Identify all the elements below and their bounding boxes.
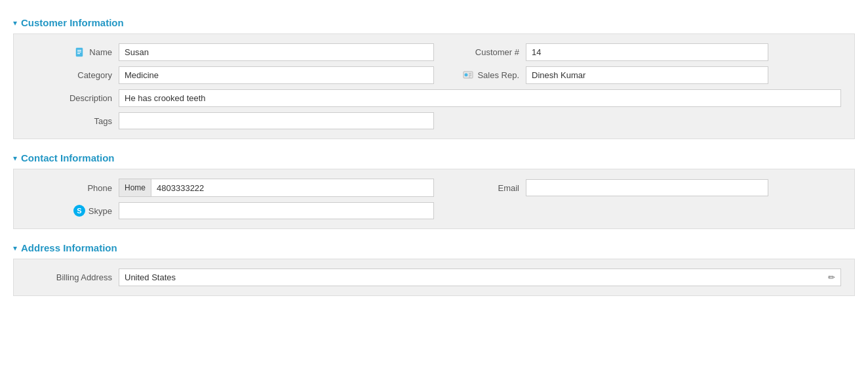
address-section-title: Address Information (21, 242, 117, 253)
address-section-body: Billing Address United States ✏ (13, 259, 855, 296)
description-value: He has crooked teeth (119, 89, 841, 107)
billing-address-value: United States ✏ (119, 268, 841, 286)
svg-rect-7 (469, 75, 471, 75)
billing-address-label: Billing Address (27, 272, 119, 282)
contact-section-header: ▾ Contact Information (13, 152, 855, 163)
email-value[interactable] (526, 179, 768, 196)
sales-rep-field-group: Sales Rep. Dinesh Kumar (434, 66, 841, 84)
tags-field-group: Tags (27, 112, 434, 129)
skype-icon: S (73, 205, 85, 217)
tags-row: Tags (27, 112, 841, 129)
customer-section-header: ▾ Customer Information (13, 17, 855, 28)
description-label: Description (27, 93, 119, 103)
billing-address-row: Billing Address United States ✏ (27, 268, 841, 286)
name-label: Name (27, 47, 119, 58)
phone-number-value: 4803333222 (151, 180, 209, 196)
customer-num-field-group: Customer # 14 (434, 43, 841, 61)
description-row: Description He has crooked teeth (27, 89, 841, 107)
customer-num-label: Customer # (434, 47, 526, 57)
customer-section-title: Customer Information (21, 17, 124, 28)
category-salesrep-row: Category Medicine Sales Rep. Dinesh Kuma… (27, 66, 841, 84)
email-field-group: Email (434, 179, 841, 196)
contact-chevron-icon[interactable]: ▾ (13, 154, 17, 163)
billing-address-edit-icon[interactable]: ✏ (828, 272, 835, 282)
description-field-group: Description He has crooked teeth (27, 89, 841, 107)
tags-value[interactable] (119, 112, 434, 129)
customer-section-body: Name Susan Customer # 14 Category Medici… (13, 33, 855, 139)
sales-rep-person-icon (462, 70, 474, 81)
svg-rect-8 (469, 76, 471, 77)
customer-num-value: 14 (526, 43, 768, 61)
skype-label: S Skype (27, 205, 119, 217)
email-label: Email (434, 183, 526, 193)
name-value: Susan (119, 43, 434, 61)
sales-rep-value: Dinesh Kumar (526, 66, 768, 84)
address-chevron-icon[interactable]: ▾ (13, 244, 17, 253)
name-customer-row: Name Susan Customer # 14 (27, 43, 841, 61)
contact-section-title: Contact Information (21, 152, 115, 163)
svg-rect-6 (469, 73, 471, 74)
svg-rect-1 (77, 50, 81, 51)
svg-rect-3 (77, 53, 80, 54)
category-value: Medicine (119, 66, 434, 84)
tags-label: Tags (27, 116, 119, 126)
phone-field-group: Phone Home 4803333222 (27, 179, 434, 197)
name-field-group: Name Susan (27, 43, 434, 61)
category-label: Category (27, 70, 119, 80)
sales-rep-label: Sales Rep. (434, 70, 526, 81)
skype-field-group: S Skype (27, 202, 434, 219)
phone-type-badge: Home (119, 179, 151, 196)
customer-chevron-icon[interactable]: ▾ (13, 18, 17, 28)
category-field-group: Category Medicine (27, 66, 434, 84)
name-doc-icon (74, 47, 86, 58)
phone-email-row: Phone Home 4803333222 Email (27, 179, 841, 197)
phone-label: Phone (27, 183, 119, 193)
skype-row: S Skype (27, 202, 841, 219)
address-section-header: ▾ Address Information (13, 242, 855, 253)
phone-input-group: Home 4803333222 (119, 179, 434, 197)
svg-rect-2 (77, 51, 81, 52)
svg-point-5 (465, 73, 468, 76)
contact-section-body: Phone Home 4803333222 Email S Skype (13, 169, 855, 229)
skype-value[interactable] (119, 202, 434, 219)
